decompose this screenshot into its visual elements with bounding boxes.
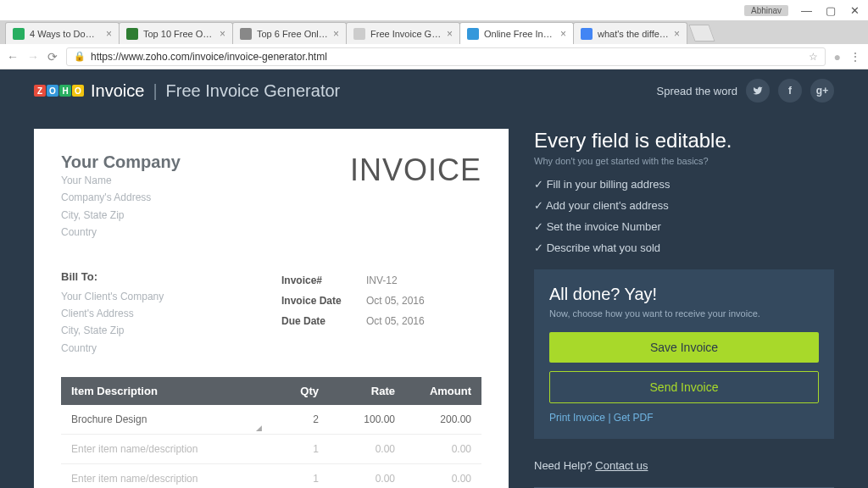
col-amount: Amount (395, 385, 471, 397)
item-amount-field[interactable]: 0.00 (395, 443, 471, 455)
checklist-item: Describe what you sold (534, 241, 834, 254)
sidebar-subtitle: Why don't you get started with the basic… (534, 156, 834, 166)
item-qty-field[interactable]: 1 (268, 473, 319, 485)
need-help-label: Need Help? (534, 459, 593, 472)
tab-label: what's the difference b (598, 29, 669, 39)
address-bar[interactable]: 🔒 https://www.zoho.com/invoice/invoice-g… (66, 47, 826, 66)
star-icon[interactable]: ☆ (809, 51, 818, 63)
invoice-title[interactable]: INVOICE (350, 152, 481, 188)
profile-icon[interactable]: ● (834, 50, 841, 64)
invoice-date-label: Invoice Date (281, 291, 366, 311)
browser-tab[interactable]: Top 10 Free Online Rec× (119, 22, 233, 44)
new-tab-button[interactable] (688, 25, 715, 42)
forward-icon[interactable]: → (27, 50, 39, 64)
item-description-field[interactable]: Enter item name/description (71, 443, 268, 455)
invoice-card: Your Company Your Name Company's Address… (34, 129, 509, 488)
back-icon[interactable]: ← (7, 50, 19, 64)
checklist-item: Add your client's address (534, 199, 834, 212)
checklist-item: Fill in your billing address (534, 178, 834, 191)
tab-label: Free Invoice Generator (370, 29, 442, 39)
checklist-item: Set the invoice Number (534, 220, 834, 233)
lock-icon: 🔒 (74, 51, 86, 62)
tab-close-icon[interactable]: × (674, 28, 680, 40)
tab-close-icon[interactable]: × (106, 28, 112, 40)
favicon-icon (240, 28, 252, 40)
browser-tab[interactable]: Free Invoice Generator× (346, 22, 460, 44)
company-address-field[interactable]: Company's Address (61, 189, 181, 206)
client-address-field[interactable]: Client's Address (61, 305, 281, 322)
item-qty-field[interactable]: 2 (268, 413, 319, 425)
company-name-field[interactable]: Your Company (61, 152, 181, 172)
company-citystate-field[interactable]: City, State Zip (61, 207, 181, 224)
browser-tab-strip: 4 Ways to Download A×Top 10 Free Online … (0, 20, 868, 44)
invoice-date-field[interactable]: Oct 05, 2016 (366, 291, 425, 311)
col-qty: Qty (268, 385, 319, 397)
invoice-number-label: Invoice# (281, 270, 366, 291)
reload-icon[interactable]: ⟳ (47, 50, 58, 64)
tab-close-icon[interactable]: × (220, 28, 225, 40)
contact-us-link[interactable]: Contact us (595, 459, 648, 472)
client-country-field[interactable]: Country (61, 340, 281, 357)
sidebar-title: Every field is editable. (534, 129, 834, 152)
print-invoice-link[interactable]: Print Invoice (549, 412, 605, 424)
facebook-icon[interactable]: f (778, 79, 802, 103)
resize-handle-icon[interactable]: ◢ (256, 424, 262, 432)
tab-label: Top 10 Free Online Rec (143, 29, 214, 39)
item-rate-field[interactable]: 0.00 (319, 473, 395, 485)
company-country-field[interactable]: Country (61, 224, 181, 241)
col-description: Item Description (71, 385, 268, 397)
brand-title: Invoice|Free Invoice Generator (91, 81, 340, 101)
tab-label: Online Free Invoice Ge (484, 29, 555, 39)
due-date-label: Due Date (281, 311, 366, 331)
due-date-field[interactable]: Oct 05, 2016 (366, 311, 425, 331)
tab-label: 4 Ways to Download A (30, 29, 101, 39)
item-description-field[interactable]: Enter item name/description (71, 473, 268, 485)
item-rate-field[interactable]: 0.00 (319, 443, 395, 455)
send-invoice-button[interactable]: Send Invoice (549, 371, 819, 403)
tab-close-icon[interactable]: × (447, 28, 453, 40)
item-amount-field[interactable]: 0.00 (395, 473, 471, 485)
user-badge: Abhinav (744, 5, 788, 16)
item-rate-field[interactable]: 100.00 (319, 413, 395, 425)
favicon-icon (13, 28, 25, 40)
done-subtitle: Now, choose how you want to receive your… (549, 308, 819, 320)
tab-label: Top 6 Free Online Rece (257, 29, 328, 39)
save-invoice-button[interactable]: Save Invoice (549, 332, 819, 363)
item-row: Brochure Design2100.00200.00◢ (61, 405, 481, 435)
tab-close-icon[interactable]: × (560, 28, 566, 40)
invoice-number-field[interactable]: INV-12 (366, 270, 398, 291)
googleplus-icon[interactable]: g+ (810, 79, 834, 103)
window-close-icon[interactable]: ✕ (849, 4, 861, 17)
done-title: All done? Yay! (549, 285, 819, 304)
get-pdf-link[interactable]: Get PDF (614, 412, 654, 424)
favicon-icon (467, 28, 479, 40)
item-row: Enter item name/description10.000.00 (61, 464, 481, 488)
client-citystate-field[interactable]: City, State Zip (61, 322, 281, 339)
tab-close-icon[interactable]: × (333, 28, 339, 40)
browser-toolbar: ← → ⟳ 🔒 https://www.zoho.com/invoice/inv… (0, 44, 868, 69)
bill-to-label: Bill To: (61, 270, 281, 283)
favicon-icon (353, 28, 365, 40)
zoho-logo: ZOHO (34, 85, 84, 97)
item-amount-field[interactable]: 200.00 (395, 413, 471, 425)
browser-tab[interactable]: 4 Ways to Download A× (5, 22, 120, 44)
item-description-field[interactable]: Brochure Design (71, 413, 268, 425)
browser-tab[interactable]: Online Free Invoice Ge× (459, 22, 574, 44)
app-header: ZOHO Invoice|Free Invoice Generator Spre… (0, 69, 868, 112)
spread-the-word-label: Spread the word (657, 85, 737, 97)
your-name-field[interactable]: Your Name (61, 172, 181, 189)
item-qty-field[interactable]: 1 (268, 443, 319, 455)
window-minimize-icon[interactable]: — (800, 4, 813, 17)
items-header-row: Item Description Qty Rate Amount (61, 377, 481, 405)
favicon-icon (126, 28, 138, 40)
done-panel: All done? Yay! Now, choose how you want … (534, 269, 834, 439)
window-restore-icon[interactable]: ▢ (825, 4, 837, 17)
twitter-icon[interactable] (746, 79, 770, 103)
item-row: Enter item name/description10.000.00 (61, 435, 481, 464)
browser-tab[interactable]: Top 6 Free Online Rece× (232, 22, 347, 44)
favicon-icon (581, 28, 593, 40)
sidebar: Every field is editable. Why don't you g… (534, 129, 834, 488)
browser-tab[interactable]: what's the difference b× (573, 22, 687, 44)
client-company-field[interactable]: Your Client's Company (61, 288, 281, 305)
menu-icon[interactable]: ⋮ (849, 50, 861, 64)
